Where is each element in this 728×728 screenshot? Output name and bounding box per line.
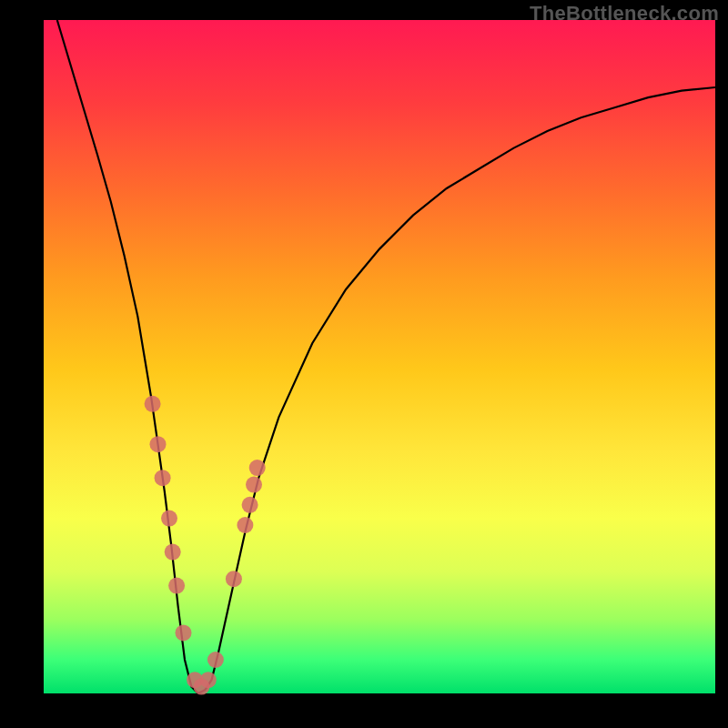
marker-dot: [168, 578, 185, 594]
marker-dot: [226, 571, 242, 587]
marker-dot: [161, 511, 177, 527]
bottleneck-curve: [57, 20, 715, 693]
plot-area: [44, 20, 715, 693]
marker-dot: [246, 477, 262, 493]
marker-dot: [145, 396, 161, 412]
chart-frame: TheBottleneck.com: [0, 0, 728, 728]
marker-dot: [200, 672, 217, 688]
marker-dot: [150, 436, 167, 452]
marker-dot: [155, 470, 171, 486]
highlight-markers: [145, 396, 266, 695]
marker-dot: [165, 544, 181, 561]
marker-dot: [176, 624, 192, 641]
curve-svg: [44, 20, 715, 693]
marker-dot: [237, 517, 253, 533]
marker-dot: [207, 652, 224, 668]
marker-dot: [249, 460, 266, 476]
marker-dot: [242, 497, 258, 513]
